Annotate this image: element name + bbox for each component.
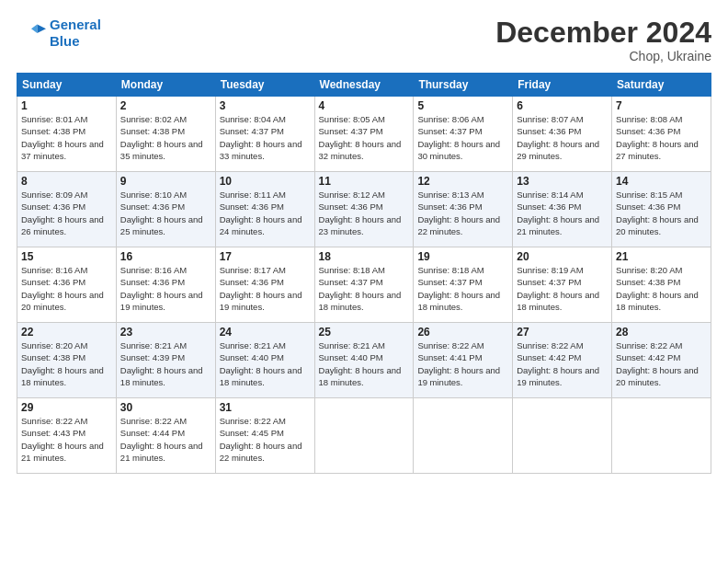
week-row-4: 22 Sunrise: 8:20 AMSunset: 4:38 PMDaylig… (17, 323, 711, 398)
day-number: 7 (616, 99, 707, 112)
cell-info: Sunrise: 8:11 AMSunset: 4:36 PMDaylight:… (220, 189, 311, 237)
header: General Blue December 2024 Chop, Ukraine (17, 17, 711, 63)
col-wednesday: Wednesday (314, 74, 414, 97)
calendar-cell: 9 Sunrise: 8:10 AMSunset: 4:36 PMDayligh… (116, 172, 215, 247)
cell-info: Sunrise: 8:22 AMSunset: 4:45 PMDaylight:… (220, 415, 311, 464)
day-number: 28 (616, 326, 707, 339)
cell-info: Sunrise: 8:22 AMSunset: 4:42 PMDaylight:… (616, 339, 707, 388)
cell-info: Sunrise: 8:22 AMSunset: 4:41 PMDaylight:… (417, 339, 508, 388)
day-number: 5 (417, 99, 508, 112)
week-row-2: 8 Sunrise: 8:09 AMSunset: 4:36 PMDayligh… (17, 172, 711, 247)
day-number: 26 (417, 326, 508, 339)
day-number: 10 (220, 175, 311, 188)
calendar-table: Sunday Monday Tuesday Wednesday Thursday… (17, 73, 711, 474)
calendar-cell: 11 Sunrise: 8:12 AMSunset: 4:36 PMDaylig… (314, 172, 414, 247)
cell-info: Sunrise: 8:18 AMSunset: 4:37 PMDaylight:… (319, 264, 410, 313)
calendar-cell: 31 Sunrise: 8:22 AMSunset: 4:45 PMDaylig… (215, 398, 314, 474)
calendar-cell (513, 398, 612, 474)
day-number: 8 (21, 175, 112, 188)
col-thursday: Thursday (414, 74, 513, 97)
day-number: 24 (220, 326, 311, 339)
day-number: 15 (21, 250, 112, 263)
calendar-cell: 17 Sunrise: 8:17 AMSunset: 4:36 PMDaylig… (215, 247, 314, 323)
logo-icon (17, 18, 46, 48)
cell-info: Sunrise: 8:06 AMSunset: 4:37 PMDaylight:… (417, 113, 508, 162)
day-number: 2 (120, 99, 211, 112)
cell-info: Sunrise: 8:19 AMSunset: 4:37 PMDaylight:… (517, 264, 608, 313)
day-number: 20 (517, 250, 608, 263)
calendar-cell: 5 Sunrise: 8:06 AMSunset: 4:37 PMDayligh… (414, 97, 513, 172)
day-number: 29 (21, 401, 112, 414)
calendar-header-row: Sunday Monday Tuesday Wednesday Thursday… (17, 74, 711, 97)
calendar-cell: 14 Sunrise: 8:15 AMSunset: 4:36 PMDaylig… (612, 172, 711, 247)
cell-info: Sunrise: 8:22 AMSunset: 4:43 PMDaylight:… (21, 415, 112, 464)
week-row-5: 29 Sunrise: 8:22 AMSunset: 4:43 PMDaylig… (17, 398, 711, 474)
cell-info: Sunrise: 8:07 AMSunset: 4:36 PMDaylight:… (517, 113, 608, 162)
calendar-cell: 29 Sunrise: 8:22 AMSunset: 4:43 PMDaylig… (17, 398, 117, 474)
col-friday: Friday (513, 74, 612, 97)
logo: General Blue (17, 17, 101, 50)
cell-info: Sunrise: 8:22 AMSunset: 4:42 PMDaylight:… (517, 339, 608, 388)
cell-info: Sunrise: 8:02 AMSunset: 4:38 PMDaylight:… (120, 113, 211, 162)
day-number: 30 (120, 401, 211, 414)
day-number: 1 (21, 99, 112, 112)
calendar-cell: 15 Sunrise: 8:16 AMSunset: 4:36 PMDaylig… (17, 247, 117, 323)
calendar-cell: 13 Sunrise: 8:14 AMSunset: 4:36 PMDaylig… (513, 172, 612, 247)
calendar-cell: 12 Sunrise: 8:13 AMSunset: 4:36 PMDaylig… (414, 172, 513, 247)
cell-info: Sunrise: 8:01 AMSunset: 4:38 PMDaylight:… (21, 113, 112, 162)
day-number: 16 (120, 250, 211, 263)
calendar-cell (314, 398, 414, 474)
cell-info: Sunrise: 8:05 AMSunset: 4:37 PMDaylight:… (319, 113, 410, 162)
calendar-cell: 20 Sunrise: 8:19 AMSunset: 4:37 PMDaylig… (513, 247, 612, 323)
cell-info: Sunrise: 8:13 AMSunset: 4:36 PMDaylight:… (417, 189, 508, 237)
day-number: 14 (616, 175, 707, 188)
calendar-cell: 7 Sunrise: 8:08 AMSunset: 4:36 PMDayligh… (612, 97, 711, 172)
col-tuesday: Tuesday (215, 74, 314, 97)
calendar-cell: 10 Sunrise: 8:11 AMSunset: 4:36 PMDaylig… (215, 172, 314, 247)
calendar-cell: 8 Sunrise: 8:09 AMSunset: 4:36 PMDayligh… (17, 172, 117, 247)
calendar-cell (612, 398, 711, 474)
calendar-cell: 16 Sunrise: 8:16 AMSunset: 4:36 PMDaylig… (116, 247, 215, 323)
calendar-cell: 27 Sunrise: 8:22 AMSunset: 4:42 PMDaylig… (513, 323, 612, 398)
calendar-cell: 1 Sunrise: 8:01 AMSunset: 4:38 PMDayligh… (17, 97, 117, 172)
cell-info: Sunrise: 8:10 AMSunset: 4:36 PMDaylight:… (120, 189, 211, 237)
calendar-cell: 3 Sunrise: 8:04 AMSunset: 4:37 PMDayligh… (215, 97, 314, 172)
calendar-cell: 6 Sunrise: 8:07 AMSunset: 4:36 PMDayligh… (513, 97, 612, 172)
cell-info: Sunrise: 8:16 AMSunset: 4:36 PMDaylight:… (120, 264, 211, 313)
day-number: 13 (517, 175, 608, 188)
svg-marker-1 (31, 24, 37, 33)
cell-info: Sunrise: 8:22 AMSunset: 4:44 PMDaylight:… (120, 415, 211, 464)
logo-blue: Blue (50, 33, 101, 50)
month-title: December 2024 (495, 17, 711, 49)
day-number: 19 (417, 250, 508, 263)
location: Chop, Ukraine (495, 49, 711, 63)
cell-info: Sunrise: 8:14 AMSunset: 4:36 PMDaylight:… (517, 189, 608, 237)
day-number: 22 (21, 326, 112, 339)
cell-info: Sunrise: 8:21 AMSunset: 4:39 PMDaylight:… (120, 339, 211, 388)
calendar-cell: 24 Sunrise: 8:21 AMSunset: 4:40 PMDaylig… (215, 323, 314, 398)
week-row-1: 1 Sunrise: 8:01 AMSunset: 4:38 PMDayligh… (17, 97, 711, 172)
calendar-cell: 18 Sunrise: 8:18 AMSunset: 4:37 PMDaylig… (314, 247, 414, 323)
calendar-cell: 30 Sunrise: 8:22 AMSunset: 4:44 PMDaylig… (116, 398, 215, 474)
cell-info: Sunrise: 8:21 AMSunset: 4:40 PMDaylight:… (220, 339, 311, 388)
day-number: 12 (417, 175, 508, 188)
page: General Blue December 2024 Chop, Ukraine… (0, 0, 728, 563)
cell-info: Sunrise: 8:17 AMSunset: 4:36 PMDaylight:… (220, 264, 311, 313)
day-number: 21 (616, 250, 707, 263)
logo-general: General (50, 17, 101, 32)
title-block: December 2024 Chop, Ukraine (495, 17, 711, 63)
cell-info: Sunrise: 8:04 AMSunset: 4:37 PMDaylight:… (220, 113, 311, 162)
day-number: 6 (517, 99, 608, 112)
day-number: 9 (120, 175, 211, 188)
day-number: 31 (220, 401, 311, 414)
calendar-cell: 23 Sunrise: 8:21 AMSunset: 4:39 PMDaylig… (116, 323, 215, 398)
day-number: 4 (319, 99, 410, 112)
day-number: 11 (319, 175, 410, 188)
calendar-cell (414, 398, 513, 474)
cell-info: Sunrise: 8:18 AMSunset: 4:37 PMDaylight:… (417, 264, 508, 313)
logo-text: General Blue (50, 17, 101, 50)
cell-info: Sunrise: 8:16 AMSunset: 4:36 PMDaylight:… (21, 264, 112, 313)
calendar-cell: 28 Sunrise: 8:22 AMSunset: 4:42 PMDaylig… (612, 323, 711, 398)
day-number: 25 (319, 326, 410, 339)
svg-marker-0 (37, 24, 46, 33)
